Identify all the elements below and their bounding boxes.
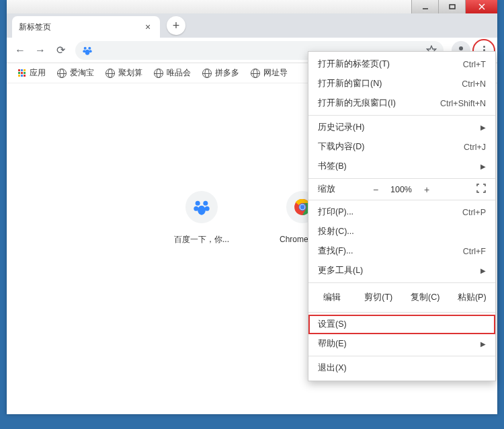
- apps-shortcut[interactable]: 应用: [12, 66, 50, 80]
- menu-edit-row: 编辑 剪切(T) 复制(C) 粘贴(P): [308, 285, 495, 310]
- menu-zoom: 缩放 − 100% +: [308, 181, 495, 198]
- tab-title: 新标签页: [19, 22, 51, 33]
- svg-point-19: [300, 205, 305, 210]
- bookmark-item[interactable]: 拼多多: [198, 66, 243, 80]
- menu-print[interactable]: 打印(P)...Ctrl+P: [308, 202, 495, 222]
- zoom-in-button[interactable]: +: [416, 184, 437, 195]
- window-titlebar: [7, 0, 497, 13]
- chevron-right-icon: ▶: [480, 340, 486, 348]
- tab-close-icon[interactable]: ×: [142, 22, 153, 32]
- menu-separator: [308, 282, 495, 283]
- globe-icon: [202, 68, 212, 79]
- globe-icon: [105, 68, 116, 79]
- globe-icon: [250, 68, 261, 79]
- menu-separator: [308, 200, 495, 200]
- menu-paste[interactable]: 粘贴(P): [449, 288, 496, 307]
- back-button[interactable]: ←: [11, 41, 30, 60]
- reload-button[interactable]: ⟳: [51, 41, 70, 60]
- tab-strip: 新标签页 × +: [7, 13, 497, 38]
- menu-separator: [308, 312, 495, 313]
- minimize-button[interactable]: [411, 0, 438, 13]
- svg-point-4: [84, 46, 87, 49]
- zoom-label: 缩放: [318, 184, 365, 195]
- apps-label: 应用: [30, 67, 46, 79]
- menu-separator: [308, 356, 495, 356]
- bookmark-item[interactable]: 唯品会: [149, 66, 195, 80]
- menu-find[interactable]: 查找(F)...Ctrl+F: [308, 241, 495, 261]
- menu-more-tools[interactable]: 更多工具(L)▶: [308, 261, 495, 280]
- svg-point-15: [198, 206, 206, 215]
- baidu-icon: [185, 191, 218, 223]
- main-menu: 打开新的标签页(T)Ctrl+T 打开新的窗口(N)Ctrl+N 打开新的无痕窗…: [308, 51, 496, 381]
- zoom-value: 100%: [386, 185, 416, 194]
- svg-point-11: [196, 201, 200, 206]
- menu-copy[interactable]: 复制(C): [402, 288, 449, 307]
- menu-new-window[interactable]: 打开新的窗口(N)Ctrl+N: [308, 74, 495, 93]
- tile-label: 百度一下，你...: [165, 234, 239, 245]
- bookmark-item[interactable]: 聚划算: [101, 66, 146, 80]
- svg-rect-1: [450, 5, 455, 9]
- menu-history[interactable]: 历史记录(H)▶: [308, 118, 495, 137]
- menu-settings[interactable]: 设置(S): [308, 315, 495, 334]
- globe-icon: [153, 68, 164, 79]
- zoom-out-button[interactable]: −: [365, 184, 386, 195]
- svg-point-12: [203, 201, 208, 206]
- globe-icon: [56, 68, 67, 79]
- tab-new-tab[interactable]: 新标签页 ×: [12, 16, 160, 38]
- chevron-right-icon: ▶: [480, 267, 486, 274]
- svg-point-5: [88, 46, 91, 49]
- edit-label: 编辑: [308, 288, 355, 307]
- svg-point-10: [459, 46, 463, 50]
- menu-exit[interactable]: 退出(X): [308, 358, 495, 378]
- menu-new-tab[interactable]: 打开新的标签页(T)Ctrl+T: [308, 54, 495, 74]
- svg-point-8: [85, 49, 90, 54]
- menu-bookmarks[interactable]: 书签(B)▶: [308, 157, 495, 176]
- menu-incognito[interactable]: 打开新的无痕窗口(I)Ctrl+Shift+N: [308, 93, 495, 113]
- menu-separator: [308, 178, 495, 179]
- chevron-right-icon: ▶: [480, 163, 486, 170]
- chevron-right-icon: ▶: [480, 124, 486, 131]
- close-button[interactable]: [465, 0, 497, 13]
- menu-help[interactable]: 帮助(E)▶: [308, 334, 495, 354]
- bookmark-item[interactable]: 爱淘宝: [52, 66, 98, 80]
- forward-button[interactable]: →: [31, 41, 50, 60]
- new-tab-button[interactable]: +: [167, 16, 185, 35]
- tile-baidu[interactable]: 百度一下，你...: [165, 191, 239, 245]
- menu-separator: [308, 115, 495, 116]
- menu-cast[interactable]: 投射(C)...: [308, 222, 495, 241]
- menu-cut[interactable]: 剪切(T): [355, 288, 403, 307]
- maximize-button[interactable]: [438, 0, 465, 13]
- bookmark-item[interactable]: 网址导: [246, 66, 292, 80]
- fullscreen-button[interactable]: [476, 184, 486, 195]
- apps-grid-icon: [16, 68, 27, 79]
- baidu-paw-icon: [82, 45, 93, 56]
- menu-downloads[interactable]: 下载内容(D)Ctrl+J: [308, 137, 495, 157]
